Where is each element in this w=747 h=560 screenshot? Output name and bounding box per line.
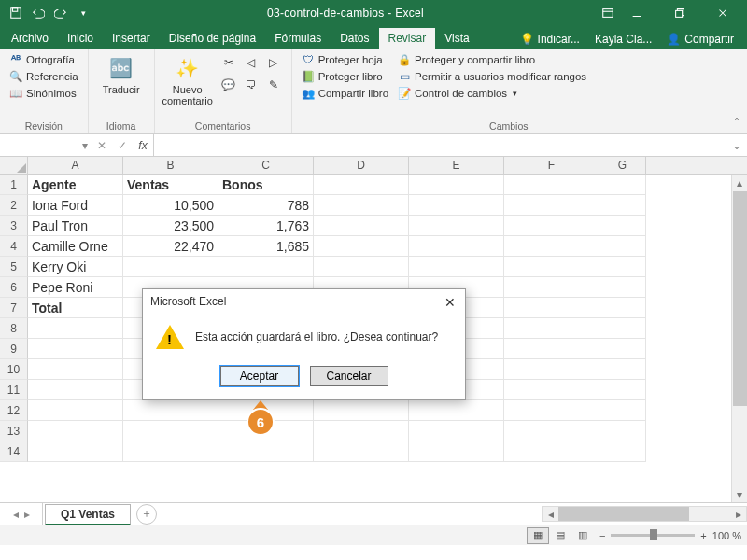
cancel-formula-icon[interactable]: ✕ <box>92 134 112 156</box>
scroll-down-icon[interactable]: ▾ <box>732 486 747 502</box>
col-header-C[interactable]: C <box>218 157 314 174</box>
cell[interactable] <box>28 421 123 441</box>
cell[interactable] <box>504 195 599 216</box>
row-header[interactable]: 14 <box>0 441 28 462</box>
cell[interactable] <box>504 339 599 359</box>
tell-me[interactable]: 💡Indicar... <box>514 30 585 49</box>
cell[interactable] <box>28 380 123 400</box>
row-header[interactable]: 1 <box>0 175 28 195</box>
cell[interactable]: Bonos <box>218 175 314 195</box>
name-box[interactable] <box>0 134 78 156</box>
cell[interactable]: 22,470 <box>123 236 218 257</box>
referencia-button[interactable]: 🔍Referencia <box>7 69 80 84</box>
view-page-break-button[interactable]: ▥ <box>571 527 594 544</box>
cell[interactable] <box>409 441 504 462</box>
cell[interactable] <box>123 441 218 462</box>
cell[interactable] <box>504 216 599 236</box>
cell[interactable] <box>599 359 646 380</box>
tab-datos[interactable]: Datos <box>331 28 378 49</box>
save-icon[interactable] <box>7 5 24 21</box>
cell[interactable] <box>409 195 504 216</box>
col-header-D[interactable]: D <box>314 157 409 174</box>
scroll-up-icon[interactable]: ▴ <box>732 175 747 190</box>
cell[interactable] <box>599 339 646 359</box>
cell[interactable]: 1,685 <box>218 236 314 257</box>
show-all-comments-button[interactable]: 🗨 <box>241 75 261 95</box>
cell[interactable] <box>28 441 123 462</box>
col-header-B[interactable]: B <box>123 157 218 174</box>
cell[interactable] <box>218 257 314 277</box>
row-header[interactable]: 10 <box>0 359 28 380</box>
cell[interactable] <box>123 257 218 277</box>
tab-inicio[interactable]: Inicio <box>58 28 103 49</box>
show-ink-button[interactable]: ✎ <box>263 75 284 95</box>
delete-comment-button[interactable]: ✂ <box>218 52 239 73</box>
zoom-value[interactable]: 100 % <box>712 530 741 541</box>
cell[interactable] <box>599 380 646 400</box>
sheet-tab-q1-ventas[interactable]: Q1 Ventas <box>45 504 131 525</box>
cell[interactable] <box>218 441 314 462</box>
cell[interactable] <box>599 298 646 318</box>
scroll-thumb[interactable] <box>733 191 747 406</box>
tab-insertar[interactable]: Insertar <box>103 28 160 49</box>
col-header-F[interactable]: F <box>504 157 599 174</box>
cell[interactable]: Ventas <box>123 175 218 195</box>
cell[interactable] <box>504 421 599 441</box>
cell[interactable] <box>409 236 504 257</box>
cell[interactable]: Paul Tron <box>28 216 123 236</box>
cell[interactable] <box>599 277 646 298</box>
row-header[interactable]: 4 <box>0 236 28 257</box>
tab-archivo[interactable]: Archivo <box>2 28 58 49</box>
cell[interactable] <box>314 175 409 195</box>
col-header-E[interactable]: E <box>409 157 504 174</box>
cell[interactable]: Pepe Roni <box>28 277 123 298</box>
sheet-nav[interactable]: ◂▸ <box>0 503 43 525</box>
select-all-corner[interactable] <box>0 157 28 174</box>
fx-button[interactable]: fx <box>133 134 153 156</box>
traducir-button[interactable]: 🔤 Traducir <box>96 52 147 95</box>
compartir-libro-button[interactable]: 👥Compartir libro <box>300 86 390 101</box>
qat-customize-icon[interactable]: ▾ <box>75 5 92 21</box>
collapse-ribbon-button[interactable]: ˄ <box>726 49 747 133</box>
cell[interactable] <box>504 400 599 421</box>
show-comment-button[interactable]: 💬 <box>218 75 239 95</box>
cell[interactable]: 788 <box>218 195 314 216</box>
cell[interactable] <box>123 400 218 421</box>
cell[interactable]: Iona Ford <box>28 195 123 216</box>
restore-button[interactable] <box>659 0 700 26</box>
prev-comment-button[interactable]: ◁ <box>241 52 261 73</box>
cell[interactable] <box>409 175 504 195</box>
vertical-scrollbar[interactable]: ▴ ▾ <box>731 175 747 502</box>
cell[interactable] <box>28 359 123 380</box>
cell[interactable] <box>314 400 409 421</box>
zoom-in-button[interactable]: + <box>700 530 706 541</box>
control-cambios-button[interactable]: 📝Control de cambios▾ <box>396 86 588 101</box>
cell[interactable] <box>314 441 409 462</box>
ribbon-display-options-icon[interactable] <box>599 5 616 21</box>
cell[interactable]: Kerry Oki <box>28 257 123 277</box>
cell[interactable] <box>314 236 409 257</box>
cell[interactable] <box>504 257 599 277</box>
horizontal-scrollbar[interactable]: ◂ ▸ <box>157 503 747 525</box>
cell[interactable] <box>314 216 409 236</box>
row-header[interactable]: 6 <box>0 277 28 298</box>
redo-icon[interactable] <box>52 5 69 21</box>
row-header[interactable]: 2 <box>0 195 28 216</box>
cell[interactable] <box>504 277 599 298</box>
ortografia-button[interactable]: ᴬᴮOrtografía <box>7 52 80 67</box>
cell[interactable] <box>314 195 409 216</box>
cell[interactable] <box>599 236 646 257</box>
sinonimos-button[interactable]: 📖Sinónimos <box>7 86 80 101</box>
row-header[interactable]: 7 <box>0 298 28 318</box>
view-page-layout-button[interactable]: ▤ <box>549 527 571 544</box>
cell[interactable] <box>599 421 646 441</box>
row-header[interactable]: 12 <box>0 400 28 421</box>
scroll-left-icon[interactable]: ◂ <box>543 508 558 521</box>
share-button[interactable]: 👤Compartir <box>661 30 740 49</box>
new-sheet-button[interactable]: ＋ <box>136 504 157 525</box>
tab-vista[interactable]: Vista <box>435 28 478 49</box>
expand-formula-bar[interactable]: ⌄ <box>726 139 747 152</box>
permitir-rangos-button[interactable]: ▭Permitir a usuarios modificar rangos <box>396 69 588 84</box>
row-header[interactable]: 11 <box>0 380 28 400</box>
cell[interactable] <box>599 318 646 339</box>
